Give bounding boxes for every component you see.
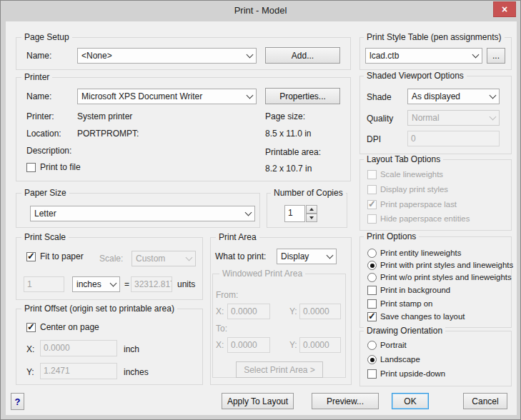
scale-denominator-field: 32312.8174: [131, 276, 172, 292]
drawing-orientation-title: Drawing Orientation: [364, 326, 445, 336]
arrow-down-icon: [309, 216, 314, 219]
chevron-down-icon: [470, 49, 482, 63]
print-upside-down-label: Print upside-down: [380, 369, 445, 379]
copies-up-button[interactable]: [306, 205, 317, 214]
paper-size-combo[interactable]: Letter: [30, 206, 255, 221]
shade-label: Shade: [367, 92, 392, 103]
select-print-area-button: Select Print Area >: [236, 361, 323, 378]
windowed-print-area-title: Windowed Print Area: [219, 269, 305, 279]
page-size-label: Page size:: [265, 111, 305, 122]
print-offset-title: Print Offset (origin set to printable ar…: [21, 304, 177, 314]
chevron-down-icon: [487, 89, 499, 104]
without-styles-radio[interactable]: [367, 273, 377, 282]
ok-button[interactable]: OK: [392, 393, 429, 409]
print-style-title: Print Style Table (pen assignments): [364, 32, 505, 42]
scale-unit-combo[interactable]: inches: [72, 276, 120, 292]
offset-x-field: 0.0000: [40, 340, 117, 356]
offset-y-label: Y:: [26, 367, 34, 378]
chevron-down-icon: [244, 89, 256, 104]
print-style-combo[interactable]: lcad.ctb: [365, 48, 482, 64]
add-button[interactable]: Add...: [265, 47, 340, 64]
print-dialog: Print - Model × Page Setup Name: <None> …: [0, 0, 521, 420]
to-x-label: X:: [216, 340, 224, 351]
print-paperspace-last-label: Print paperspace last: [380, 199, 457, 210]
apply-to-layout-button[interactable]: Apply To Layout: [222, 393, 294, 409]
copies-field[interactable]: 1: [284, 205, 305, 222]
from-x-label: X:: [216, 306, 224, 317]
printer-name-combo[interactable]: Microsoft XPS Document Writer: [77, 89, 257, 104]
to-x-field: 0.0000: [227, 337, 270, 353]
with-styles-label: Print with print styles and lineweights: [380, 260, 513, 271]
page-size-value: 8.5 x 11.0 in: [265, 129, 312, 139]
print-to-file-checkbox[interactable]: [26, 163, 36, 172]
scale-label: Scale:: [99, 254, 123, 264]
chevron-down-icon: [183, 251, 195, 266]
what-to-print-combo[interactable]: Display: [277, 249, 337, 264]
to-y-label: Y:: [289, 340, 297, 351]
printer-name-label: Name:: [26, 91, 51, 102]
window-title: Print - Model: [1, 5, 520, 16]
hide-paperspace-entities-checkbox: [367, 214, 377, 224]
what-to-print-label: What to print:: [215, 251, 266, 262]
print-upside-down-checkbox[interactable]: [367, 369, 377, 379]
quality-value: Normal: [408, 113, 487, 123]
display-print-styles-checkbox: [367, 185, 377, 194]
chevron-down-icon: [242, 206, 254, 221]
fit-to-paper-checkbox[interactable]: [26, 252, 36, 261]
print-in-background-checkbox[interactable]: [367, 286, 377, 295]
from-label: From:: [216, 290, 238, 301]
cancel-button[interactable]: Cancel: [463, 393, 507, 409]
printer-title: Printer: [21, 72, 52, 82]
print-scale-title: Print Scale: [21, 232, 69, 242]
scale-unit-value: inches: [73, 279, 107, 289]
page-setup-name-combo[interactable]: <None>: [77, 48, 257, 64]
landscape-radio[interactable]: [367, 355, 377, 364]
shade-combo[interactable]: As displayed: [407, 89, 500, 104]
printer-name-value: Microsoft XPS Document Writer: [78, 91, 244, 101]
scale-lineweights-label: Scale lineweights: [380, 169, 443, 180]
from-x-field: 0.0000: [227, 304, 270, 319]
with-styles-radio[interactable]: [367, 261, 377, 270]
print-area-title: Print Area: [216, 232, 259, 242]
landscape-label: Landscape: [380, 354, 420, 365]
display-print-styles-label: Display print styles: [380, 184, 448, 195]
dpi-label: DPI: [367, 134, 381, 145]
print-style-browse-button[interactable]: ...: [487, 48, 505, 64]
help-button[interactable]: ?: [11, 393, 24, 410]
printable-area-value: 8.2 x 10.7 in: [265, 164, 312, 174]
printer-location-label: Location:: [26, 129, 61, 139]
offset-x-unit: inch: [124, 344, 139, 355]
preview-button[interactable]: Preview...: [312, 393, 379, 409]
scale-numerator-field: 1: [24, 276, 64, 292]
quality-combo: Normal: [407, 110, 500, 126]
save-changes-checkbox[interactable]: [367, 312, 377, 321]
offset-y-unit: inches: [124, 367, 149, 378]
close-icon: ×: [502, 4, 507, 15]
copies-title: Number of Copies: [271, 188, 346, 198]
without-styles-label: Print w/o print styles and lineweights: [380, 272, 512, 283]
properties-button[interactable]: Properties...: [265, 88, 340, 104]
chevron-down-icon: [324, 249, 336, 264]
shade-value: As displayed: [408, 91, 487, 101]
printer-type-value: System printer: [77, 111, 132, 122]
layout-tab-title: Layout Tab Options: [364, 154, 443, 164]
printer-type-label: Printer:: [26, 111, 54, 122]
to-y-field: 0.0000: [299, 337, 341, 353]
print-stamp-on-label: Print stamp on: [380, 299, 432, 309]
printer-description-label: Description:: [26, 146, 71, 156]
scale-lineweights-checkbox: [367, 170, 377, 179]
copies-down-button[interactable]: [306, 214, 317, 222]
to-label: To:: [216, 324, 227, 334]
portrait-radio[interactable]: [367, 341, 377, 350]
printer-location-value: PORTPROMPT:: [77, 129, 139, 139]
close-button[interactable]: ×: [493, 1, 516, 17]
save-changes-label: Save changes to layout: [380, 311, 465, 322]
center-on-page-checkbox[interactable]: [26, 323, 36, 332]
hide-paperspace-entities-label: Hide paperspace entities: [380, 214, 470, 224]
entity-lineweights-radio[interactable]: [367, 249, 377, 258]
scale-value: Custom: [132, 254, 183, 264]
arrow-up-icon: [309, 208, 314, 211]
print-stamp-on-checkbox[interactable]: [367, 299, 377, 309]
center-on-page-label: Center on page: [40, 322, 99, 333]
entity-lineweights-label: Print entity lineweights: [380, 248, 461, 259]
